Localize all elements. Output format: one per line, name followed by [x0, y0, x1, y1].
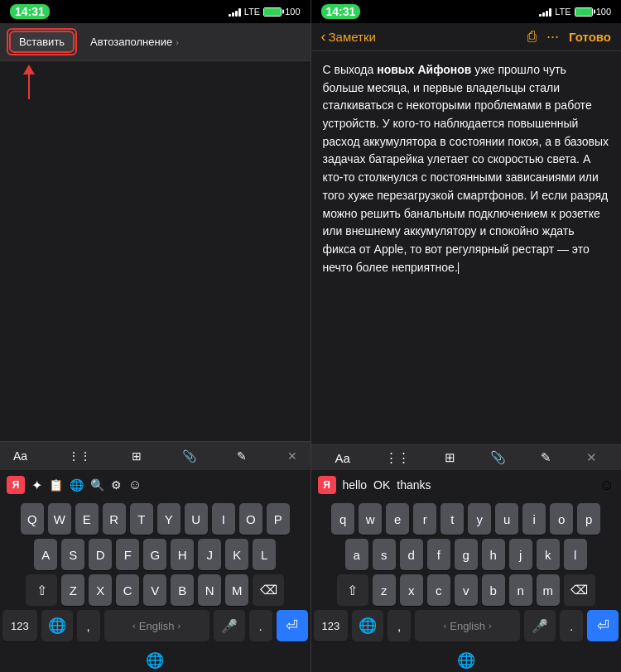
key-Y[interactable]: Y — [157, 503, 181, 535]
key-s[interactable]: s — [373, 539, 396, 570]
lte-label-left: LTE — [244, 7, 260, 17]
english-key-right[interactable]: ‹ English › — [415, 610, 520, 641]
key-U[interactable]: U — [185, 503, 208, 535]
key-c[interactable]: c — [427, 574, 450, 606]
emoji-icon-right[interactable]: ☺ — [599, 477, 614, 494]
key-O[interactable]: O — [239, 503, 262, 535]
notes-back-btn[interactable]: ‹ Заметки — [321, 28, 376, 46]
key-R[interactable]: R — [103, 503, 126, 535]
paste-button[interactable]: Вставить — [9, 31, 75, 53]
bottom-globe-icon-right[interactable]: 🌐 — [457, 651, 475, 670]
key-f[interactable]: f — [427, 539, 450, 570]
search-icon-left[interactable]: 🔍 — [90, 478, 104, 492]
autofill-button[interactable]: Автозаполнение › — [84, 32, 185, 51]
english-label-left: English — [139, 620, 175, 632]
key-k[interactable]: k — [537, 539, 560, 570]
key-y[interactable]: y — [468, 503, 491, 535]
key-u[interactable]: u — [495, 503, 518, 535]
key-X[interactable]: X — [89, 574, 112, 606]
globe-key-left[interactable]: 🌐 — [41, 610, 73, 641]
keyboard-right: Я hello OK thanks ☺ q w e r t y u i o — [311, 470, 622, 672]
key-V[interactable]: V — [143, 574, 166, 606]
num-key-right[interactable]: 123 — [314, 610, 349, 641]
kb-row-2-left: A S D F G H J K L — [2, 539, 308, 570]
key-n[interactable]: n — [509, 574, 532, 606]
key-B[interactable]: B — [171, 574, 194, 606]
key-i[interactable]: i — [522, 503, 546, 535]
key-M[interactable]: M — [225, 574, 248, 606]
shift-key-right[interactable]: ⇧ — [337, 574, 368, 606]
key-Q[interactable]: Q — [21, 503, 44, 535]
key-a[interactable]: a — [345, 539, 368, 570]
key-F[interactable]: F — [116, 539, 139, 570]
key-t[interactable]: t — [440, 503, 464, 535]
close-icon-left[interactable]: ✕ — [282, 447, 302, 465]
translate-icon-left[interactable]: 🌐 — [70, 478, 84, 492]
key-e[interactable]: e — [386, 503, 409, 535]
key-h[interactable]: h — [482, 539, 505, 570]
more-icon[interactable]: ··· — [546, 28, 559, 46]
key-r[interactable]: r — [413, 503, 436, 535]
delete-key-right[interactable]: ⌫ — [564, 574, 595, 606]
settings-icon-left[interactable]: ⚙ — [111, 478, 122, 492]
key-z[interactable]: z — [373, 574, 396, 606]
comma-key-right[interactable]: , — [388, 610, 411, 641]
emoji-icon-left[interactable]: ☺ — [128, 478, 142, 492]
english-key-left[interactable]: ‹ English › — [104, 610, 209, 641]
close-icon-right[interactable]: ✕ — [586, 450, 597, 465]
mic-key-right[interactable]: 🎤 — [524, 610, 556, 641]
key-W[interactable]: W — [48, 503, 71, 535]
kb-bottom-row-left: 123 🌐 , ‹ English › 🎤 . ⏎ — [2, 610, 308, 641]
key-x[interactable]: x — [400, 574, 423, 606]
key-A[interactable]: A — [34, 539, 57, 570]
key-T[interactable]: T — [130, 503, 153, 535]
suggestion-hello[interactable]: hello — [343, 478, 368, 492]
key-b[interactable]: b — [482, 574, 505, 606]
english-chevron-left: ‹ — [132, 621, 136, 631]
key-q[interactable]: q — [331, 503, 354, 535]
key-J[interactable]: J — [198, 539, 221, 570]
clipboard-icon-left[interactable]: 📋 — [49, 478, 63, 492]
period-key-right[interactable]: . — [560, 610, 583, 641]
key-j[interactable]: j — [509, 539, 532, 570]
key-K[interactable]: K — [225, 539, 248, 570]
key-I[interactable]: I — [212, 503, 235, 535]
done-button-right[interactable]: Готово — [569, 30, 611, 44]
suggestion-thanks[interactable]: thanks — [397, 478, 431, 492]
magic-icon-left[interactable]: ✦ — [31, 478, 42, 493]
key-N[interactable]: N — [198, 574, 221, 606]
delete-key-left[interactable]: ⌫ — [253, 574, 284, 606]
suggestion-ok[interactable]: OK — [373, 478, 390, 492]
key-v[interactable]: v — [455, 574, 478, 606]
key-S[interactable]: S — [61, 539, 84, 570]
key-G[interactable]: G — [143, 539, 166, 570]
key-l[interactable]: l — [564, 539, 587, 570]
period-key-left[interactable]: . — [249, 610, 272, 641]
key-g[interactable]: g — [455, 539, 478, 570]
aa-icon-right[interactable]: Aa — [335, 451, 350, 465]
key-p[interactable]: p — [577, 503, 600, 535]
key-w[interactable]: w — [359, 503, 382, 535]
notes-bold-text: новых Айфонов — [377, 63, 471, 76]
key-d[interactable]: d — [400, 539, 423, 570]
key-H[interactable]: H — [171, 539, 194, 570]
globe-key-right[interactable]: 🌐 — [352, 610, 383, 641]
aa-icon-left[interactable]: Aa — [8, 447, 32, 465]
share-icon[interactable]: ⎙ — [527, 28, 537, 46]
key-C[interactable]: C — [116, 574, 139, 606]
comma-key-left[interactable]: , — [77, 610, 100, 641]
key-E[interactable]: E — [75, 503, 99, 535]
key-L[interactable]: L — [253, 539, 276, 570]
shift-key-left[interactable]: ⇧ — [26, 574, 57, 606]
return-key-right[interactable]: ⏎ — [587, 610, 619, 641]
num-key-left[interactable]: 123 — [2, 610, 37, 641]
key-P[interactable]: P — [267, 503, 290, 535]
red-arrow — [13, 65, 35, 99]
key-o[interactable]: o — [550, 503, 573, 535]
key-Z[interactable]: Z — [61, 574, 84, 606]
key-m[interactable]: m — [537, 574, 560, 606]
key-D[interactable]: D — [89, 539, 112, 570]
mic-key-left[interactable]: 🎤 — [214, 610, 245, 641]
return-key-left[interactable]: ⏎ — [277, 610, 308, 641]
bottom-globe-icon-left[interactable]: 🌐 — [146, 651, 164, 670]
